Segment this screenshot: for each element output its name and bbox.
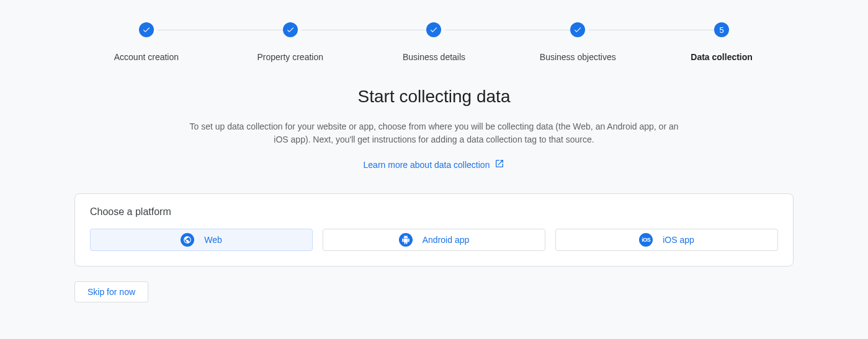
check-icon <box>570 22 585 37</box>
page-description: To set up data collection for your websi… <box>186 120 682 146</box>
platform-web-button[interactable]: Web <box>90 229 313 251</box>
check-icon <box>139 22 154 37</box>
learn-more-link[interactable]: Learn more about data collection <box>74 159 794 171</box>
step-account-creation: Account creation <box>74 22 218 62</box>
android-icon <box>399 233 413 247</box>
platform-options: Web Android app iOS iOS app <box>90 229 778 251</box>
step-business-objectives: Business objectives <box>506 22 650 62</box>
globe-icon <box>181 233 194 247</box>
platform-ios-button[interactable]: iOS iOS app <box>555 229 778 251</box>
open-in-new-icon <box>494 159 504 171</box>
check-icon <box>426 22 441 37</box>
step-label: Account creation <box>114 52 179 62</box>
platform-web-label: Web <box>204 235 222 245</box>
step-number-icon: 5 <box>714 22 729 37</box>
step-label: Business details <box>403 52 465 62</box>
platform-android-label: Android app <box>423 235 470 245</box>
step-data-collection: 5 Data collection <box>650 22 794 62</box>
skip-button[interactable]: Skip for now <box>74 281 148 302</box>
step-property-creation: Property creation <box>218 22 362 62</box>
learn-more-label[interactable]: Learn more about data collection <box>364 160 490 170</box>
platform-ios-label: iOS app <box>663 235 694 245</box>
platform-card: Choose a platform Web Android app iOS iO… <box>74 193 794 266</box>
step-label: Business objectives <box>540 52 616 62</box>
setup-stepper: Account creation Property creation Busin… <box>74 22 794 62</box>
platform-card-title: Choose a platform <box>90 206 778 218</box>
step-label: Property creation <box>257 52 323 62</box>
ios-icon: iOS <box>639 233 653 247</box>
check-icon <box>283 22 298 37</box>
step-business-details: Business details <box>362 22 506 62</box>
step-label: Data collection <box>691 52 753 62</box>
platform-android-button[interactable]: Android app <box>323 229 545 251</box>
page-title: Start collecting data <box>74 87 794 107</box>
